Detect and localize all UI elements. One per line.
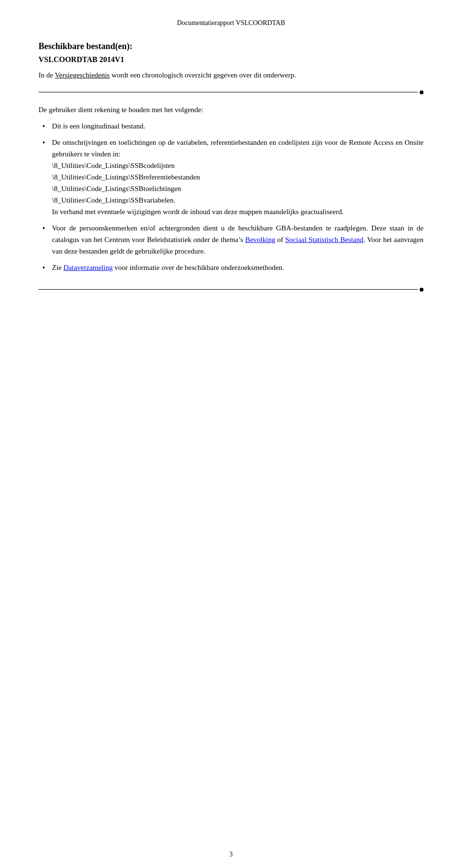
top-divider: [38, 90, 424, 94]
divider-line-left: [38, 92, 418, 92]
section-subtitle: VSLCOORDTAB 2014V1: [38, 55, 424, 64]
list-item: Dit is een longitudinaal bestand.: [38, 120, 424, 132]
bottom-divider: [38, 288, 424, 292]
list-item: Voor de persoonskenmerken en/of achtergr…: [38, 222, 424, 257]
list-item: De omschrijvingen en toelichtingen op de…: [38, 137, 424, 217]
divider-dot: [420, 90, 424, 94]
bullet-text-3: Voor de persoonskenmerken en/of achtergr…: [52, 224, 424, 255]
sociaal-statistisch-bestand-link[interactable]: Sociaal Statistisch Bestand: [285, 236, 363, 243]
bullet-list: Dit is een longitudinaal bestand. De oms…: [38, 120, 424, 273]
bullet-text-2: De omschrijvingen en toelichtingen op de…: [52, 139, 424, 216]
code-line-2: \8_Utilities\Code_Listings\SSBreferentie…: [52, 173, 200, 181]
page-header: Documentatierapport VSLCOORDTAB: [38, 14, 424, 27]
code-line-3: \8_Utilities\Code_Listings\SSBtoelichtin…: [52, 185, 181, 192]
versiegeschiedenis-link[interactable]: Versiegeschiedenis: [55, 71, 110, 79]
list-item: Zie Dataverzameling voor informatie over…: [38, 262, 424, 273]
page-number: 3: [230, 851, 233, 858]
code-line-1: \8_Utilities\Code_Listings\SSBcodelijste…: [52, 162, 175, 169]
note-header: De gebruiker dient rekening te houden me…: [38, 104, 424, 115]
bevolking-link[interactable]: Bevolking: [245, 236, 275, 243]
divider-dot-bottom: [420, 288, 424, 292]
divider-line-bottom: [38, 289, 418, 290]
bullet-text-4: Zie Dataverzameling voor informatie over…: [52, 264, 284, 271]
page-container: Documentatierapport VSLCOORDTAB Beschikb…: [0, 0, 462, 868]
code-line-4: \8_Utilities\Code_Listings\SSBvariabelen…: [52, 196, 175, 204]
bullet-text-1: Dit is een longitudinaal bestand.: [52, 122, 145, 130]
intro-line: In de Versiegeschiedenis wordt een chron…: [38, 70, 424, 81]
dataverzameling-link[interactable]: Dataverzameling: [64, 264, 113, 271]
section-title: Beschikbare bestand(en):: [38, 41, 424, 51]
header-title: Documentatierapport VSLCOORDTAB: [177, 19, 285, 26]
